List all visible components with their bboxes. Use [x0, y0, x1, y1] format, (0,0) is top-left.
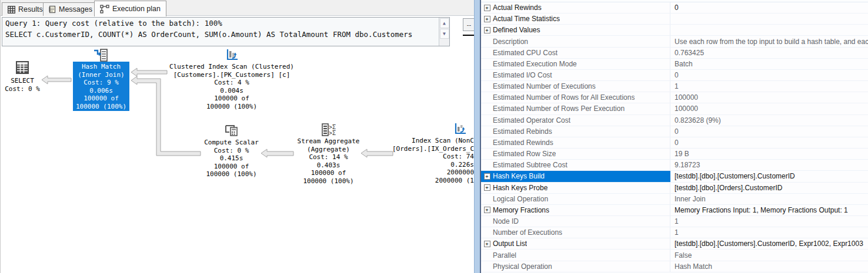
property-label-cell[interactable]: Estimated Rewinds	[481, 137, 670, 148]
property-label-cell[interactable]: +Hash Keys Probe	[481, 183, 670, 193]
property-row-physical-operation[interactable]: Physical OperationHash Match	[481, 261, 868, 272]
property-row-estimated-rewinds[interactable]: Estimated Rewinds0	[481, 137, 868, 149]
tab-execution-plan[interactable]: Execution plan	[94, 1, 166, 16]
node-rows: 2000000	[392, 168, 474, 177]
property-label-cell[interactable]: Estimated Number of Executions	[481, 81, 670, 92]
node-rows: 100000 of	[73, 95, 129, 103]
property-row-memory-fractions[interactable]: +Memory FractionsMemory Fractions Input:…	[481, 205, 868, 216]
property-label: Logical Operation	[493, 195, 548, 203]
property-label-cell[interactable]: Physical Operation	[481, 261, 670, 272]
property-row-estimated-rebinds[interactable]: Estimated Rebinds0	[481, 126, 868, 137]
node-rows-pct: 100000 (100%)	[73, 103, 129, 111]
expand-plus-icon[interactable]: +	[481, 27, 493, 33]
expand-plus-icon[interactable]: +	[481, 16, 493, 22]
property-row-estimated-row-size[interactable]: Estimated Row Size19 B	[481, 149, 868, 160]
execution-plan-window: Results Messages	[0, 0, 868, 273]
property-value: 19 B	[670, 149, 868, 159]
property-row-output-list[interactable]: +Output List[testdb].[dbo].[Customers].C…	[481, 238, 868, 250]
property-value: Use each row from the top input to build…	[670, 36, 868, 46]
property-label-cell[interactable]: Estimated Operator Cost	[481, 115, 670, 126]
property-label-cell[interactable]: Logical Operation	[481, 194, 670, 204]
property-row-actual-time-statistics[interactable]: +Actual Time Statistics	[481, 14, 868, 25]
property-label-cell[interactable]: +Output List	[481, 238, 670, 249]
property-value: Batch	[670, 59, 868, 69]
property-value: Inner Join	[670, 194, 868, 204]
property-label-cell[interactable]: Number of Executions	[481, 227, 670, 238]
property-row-estimated-number-of-rows-for-all-executions[interactable]: Estimated Number of Rows for All Executi…	[481, 92, 868, 103]
svg-text:>Σ: >Σ	[329, 130, 336, 136]
property-label-cell[interactable]: Description	[481, 36, 670, 46]
property-row-logical-operation[interactable]: Logical OperationInner Join	[481, 194, 868, 205]
property-label-cell[interactable]: Parallel	[481, 250, 670, 260]
expand-plus-icon[interactable]: +	[481, 241, 493, 247]
property-label-cell[interactable]: Estimated Number of Rows Per Execution	[481, 103, 670, 114]
property-label-cell[interactable]: Estimated I/O Cost	[481, 70, 670, 80]
node-label: Index Scan (NonC	[392, 137, 474, 145]
property-label-cell[interactable]: Node ID	[481, 216, 670, 227]
properties-grid: +Actual Rewinds0+Actual Time Statistics+…	[481, 2, 868, 272]
property-label-cell[interactable]: Estimated Subtree Cost	[481, 160, 670, 170]
index-scan-icon	[453, 123, 467, 136]
property-row-parallel[interactable]: ParallelFalse	[481, 250, 868, 261]
property-label: Estimated Rebinds	[493, 127, 552, 136]
property-row-estimated-i-o-cost[interactable]: Estimated I/O Cost0	[481, 70, 868, 81]
property-value: 0	[670, 70, 868, 80]
property-row-estimated-number-of-rows-per-execution[interactable]: Estimated Number of Rows Per Execution10…	[481, 103, 868, 114]
execution-plan-canvas[interactable]: SELECT Cost: 0 % Hash Match (Inner Join)…	[1, 47, 474, 273]
property-value: 0	[670, 2, 868, 13]
property-row-actual-rewinds[interactable]: +Actual Rewinds0	[481, 2, 868, 14]
node-rows-pct: 2000000 (1	[392, 177, 474, 185]
expand-plus-icon[interactable]: +	[481, 5, 493, 11]
property-label-cell[interactable]: Estimated Row Size	[481, 149, 670, 159]
property-label: Defined Values	[493, 26, 540, 34]
expand-plus-icon[interactable]: +	[481, 207, 493, 213]
property-row-number-of-executions[interactable]: Number of Executions1	[481, 227, 868, 238]
node-cost: Cost: 0 %	[180, 147, 283, 155]
property-value: 0.763425	[670, 48, 868, 58]
property-label-cell[interactable]: +Hash Keys Build	[481, 171, 670, 181]
node-sublabel: (Aggregate)	[277, 146, 380, 154]
plan-node-hash-match[interactable]: Hash Match (Inner Join) Cost: 9 % 0.006s…	[73, 62, 129, 111]
property-label-cell[interactable]: Estimated Number of Rows for All Executi…	[481, 92, 670, 103]
node-object: [Orders].[IX_Orders_C	[392, 145, 474, 153]
property-row-defined-values[interactable]: +Defined Values	[481, 25, 868, 36]
property-value: [testdb].[dbo].[Customers].CustomerID	[670, 171, 868, 181]
expand-plus-icon[interactable]: +	[481, 173, 493, 180]
property-row-hash-keys-build[interactable]: +Hash Keys Build[testdb].[dbo].[Customer…	[481, 171, 868, 182]
node-rows: 100000 of	[180, 163, 283, 171]
property-row-node-id[interactable]: Node ID1	[481, 216, 868, 227]
property-row-estimated-operator-cost[interactable]: Estimated Operator Cost0.823628 (9%)	[481, 115, 868, 126]
properties-pane: +Actual Rewinds0+Actual Time Statistics+…	[481, 0, 868, 273]
property-row-description[interactable]: DescriptionUse each row from the top inp…	[481, 36, 868, 47]
property-value: 1	[670, 81, 868, 92]
property-label: Estimated Rewinds	[493, 139, 553, 147]
property-label: Estimated Subtree Cost	[493, 161, 567, 169]
property-value: Hash Match	[670, 261, 868, 272]
expand-plus-icon[interactable]: +	[481, 184, 493, 191]
property-label-cell[interactable]: Estimated Rebinds	[481, 126, 670, 137]
property-label: Memory Fractions	[493, 206, 549, 214]
property-label: Estimated Number of Executions	[493, 82, 596, 90]
tab-execution-plan-label: Execution plan	[112, 5, 161, 13]
node-cost: Cost: 14 %	[277, 153, 380, 161]
property-row-estimated-number-of-executions[interactable]: Estimated Number of Executions1	[481, 81, 868, 92]
hash-match-icon	[94, 49, 108, 62]
property-label-cell[interactable]: +Actual Rewinds	[481, 2, 670, 13]
node-time: 0.006s	[73, 87, 129, 95]
property-row-estimated-cpu-cost[interactable]: Estimated CPU Cost0.763425	[481, 48, 868, 59]
property-label-cell[interactable]: +Defined Values	[481, 25, 670, 35]
property-value: 0.823628 (9%)	[670, 115, 868, 126]
property-label: Hash Keys Probe	[493, 184, 547, 192]
node-rows-pct: 100000 (100%)	[180, 170, 283, 178]
property-label: Node ID	[493, 217, 519, 225]
property-label-cell[interactable]: +Memory Fractions	[481, 205, 670, 215]
property-row-estimated-execution-mode[interactable]: Estimated Execution ModeBatch	[481, 59, 868, 70]
property-row-hash-keys-probe[interactable]: +Hash Keys Probe[testdb].[dbo].[Orders].…	[481, 183, 868, 194]
pane-splitter[interactable]	[474, 0, 481, 273]
property-label: Estimated CPU Cost	[493, 49, 557, 57]
property-label-cell[interactable]: Estimated Execution Mode	[481, 59, 670, 69]
property-label-cell[interactable]: +Actual Time Statistics	[481, 14, 670, 24]
property-label: Hash Keys Build	[493, 172, 545, 180]
property-row-estimated-subtree-cost[interactable]: Estimated Subtree Cost9.18723	[481, 160, 868, 171]
property-label-cell[interactable]: Estimated CPU Cost	[481, 48, 670, 58]
